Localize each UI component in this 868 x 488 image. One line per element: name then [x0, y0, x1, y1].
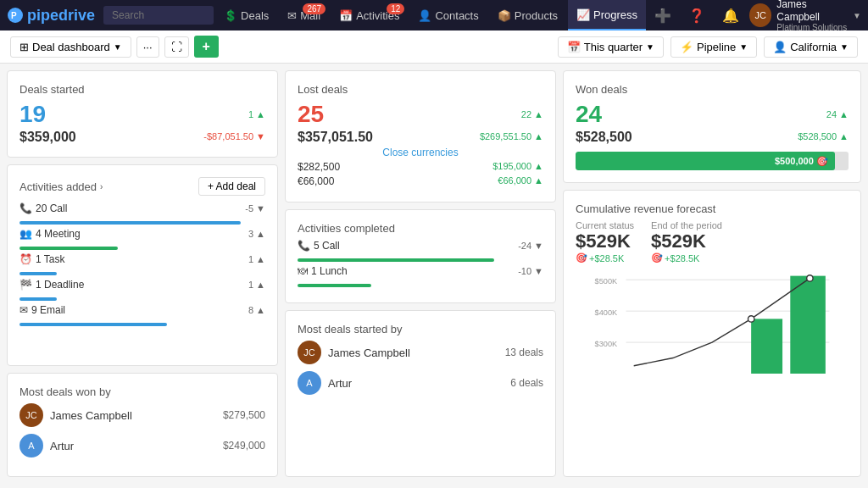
nav-mail[interactable]: ✉ Mail 267: [279, 0, 329, 30]
location-label: California: [790, 41, 837, 53]
toolbar-right: 📅 This quarter ▼ ⚡ Pipeline ▼ 👤 Californ…: [558, 36, 858, 58]
progress-bar-label: $500,000 🎯: [775, 156, 828, 167]
deals-started-amount-delta: -$87,051.50 ▼: [203, 131, 265, 141]
completed-lunch-label: 🍽 1 Lunch: [298, 265, 348, 277]
logo-text: pipedrive: [27, 7, 95, 25]
activity-email: ✉ 9 Email 8 ▲: [19, 304, 265, 326]
completed-call-row: 📞 5 Call -24 ▼: [298, 240, 543, 252]
activity-meeting-label: 👥 4 Meeting: [19, 228, 81, 240]
svg-text:P: P: [11, 11, 17, 20]
end-period-value: $529K: [651, 230, 722, 252]
search-input[interactable]: [103, 6, 214, 25]
activity-call-bar: [19, 221, 241, 225]
add-view-icon[interactable]: ➕: [648, 4, 678, 27]
deals-won-amount-2: $249,000: [223, 440, 265, 452]
help-icon[interactable]: ❓: [682, 4, 712, 27]
won-deals-amount-row: $528,500 $528,500 ▲: [576, 128, 849, 145]
chart-dot-2: [807, 275, 813, 281]
activity-email-row: ✉ 9 Email 8 ▲: [19, 304, 265, 316]
logo: P pipedrive: [7, 7, 95, 25]
chart-bar-2: [790, 276, 826, 374]
deals-won-name-2: Artur: [50, 440, 74, 452]
deals-started-card: Deals started 19 1 ▲ $359,000 -$87,051.5…: [7, 70, 278, 158]
deals-started-amount-row: $359,000 -$87,051.50 ▼: [19, 128, 265, 145]
completed-call: 📞 5 Call -24 ▼: [298, 240, 543, 262]
activity-call-delta: -5 ▼: [245, 203, 265, 214]
progress-icon: 📈: [576, 8, 590, 21]
deals-icon: 💲: [224, 9, 237, 22]
time-period-filter[interactable]: 📅 This quarter ▼: [558, 36, 664, 58]
won-deals-amount-delta: $528,500 ▲: [798, 131, 849, 141]
pipeline-label: Pipeline: [697, 41, 736, 53]
more-options-button[interactable]: ···: [136, 36, 159, 58]
chevron-down-icon: ▼: [853, 11, 861, 20]
activity-task-delta: 1 ▲: [248, 254, 265, 264]
current-status-sub: 🎯 +$28.5K: [576, 252, 634, 263]
avatar-started-2: A: [298, 371, 321, 395]
add-widget-button[interactable]: +: [194, 36, 219, 58]
lost-deals-amount-row: $357,051.50 $269,551.50 ▲: [298, 128, 543, 145]
completed-lunch-bar: [298, 284, 371, 287]
chevron-down-icon: ▼: [646, 42, 654, 52]
user-name: James Campbell: [776, 0, 848, 23]
activities-completed-card: Activities completed 📞 5 Call -24 ▼ 🍽 1 …: [285, 209, 556, 303]
currency-label-1: $282,500: [298, 161, 340, 173]
notifications-icon[interactable]: 🔔: [715, 4, 746, 27]
target-icon-2: 🎯: [651, 252, 663, 263]
fullscreen-button[interactable]: ⛶: [164, 36, 189, 58]
right-column: Won deals 24 24 ▲ $528,500 $528,500 ▲ $5…: [563, 70, 861, 477]
add-deal-button[interactable]: + Add deal: [198, 177, 265, 196]
close-currencies-link[interactable]: Close currencies: [298, 147, 543, 158]
won-deals-card: Won deals 24 24 ▲ $528,500 $528,500 ▲ $5…: [563, 70, 861, 183]
currency-row-2: €66,000 €66,000 ▲: [298, 175, 543, 187]
lost-deals-amount-delta: $269,551.50 ▲: [480, 131, 543, 141]
nav-contacts[interactable]: 👤 Contacts: [409, 0, 487, 30]
activity-task: ⏰ 1 Task 1 ▲: [19, 253, 265, 275]
time-period-label: This quarter: [584, 41, 643, 53]
pipeline-filter[interactable]: ⚡ Pipeline ▼: [670, 36, 757, 58]
user-menu[interactable]: JC James Campbell Platinum Solutions ▼: [749, 0, 861, 32]
activities-completed-title: Activities completed: [298, 222, 543, 235]
location-filter[interactable]: 👤 California ▼: [764, 36, 858, 58]
lost-deals-amount: $357,051.50: [298, 130, 373, 145]
won-deals-title: Won deals: [576, 83, 849, 96]
target-icon: 🎯: [576, 252, 587, 263]
products-icon: 📦: [498, 9, 511, 22]
chevron-down-icon: ▼: [739, 42, 748, 52]
nav-progress[interactable]: 📈 Progress: [568, 0, 646, 30]
chart-bar-1: [751, 319, 782, 374]
completed-call-bar: [298, 258, 494, 262]
deals-started-row-2: A Artur 6 deals: [298, 371, 543, 395]
lost-deals-card: Lost deals 25 22 ▲ $357,051.50 $269,551.…: [285, 70, 556, 202]
toolbar-left: ⊞ Deal dashboard ▼ ··· ⛶ +: [10, 36, 219, 58]
completed-lunch-delta: -10 ▼: [518, 266, 543, 276]
nav-activities[interactable]: 📅 Activities 12: [331, 0, 408, 30]
nav-right-area: ➕ ❓ 🔔 JC James Campbell Platinum Solutio…: [648, 0, 861, 32]
nav-deals[interactable]: 💲 Deals: [215, 0, 277, 30]
nav-products[interactable]: 📦 Products: [489, 0, 566, 30]
dashboard-selector[interactable]: ⊞ Deal dashboard ▼: [10, 36, 131, 58]
currency-value-2: €66,000 ▲: [498, 175, 543, 187]
lost-deals-count-row: 25 22 ▲: [298, 101, 543, 128]
activity-deadline-row: 🏁 1 Deadline 1 ▲: [19, 279, 265, 291]
nav-deals-label: Deals: [241, 9, 269, 22]
deals-won-row-1: JC James Campbell $279,500: [19, 403, 265, 427]
activity-call-row: 📞 20 Call -5 ▼: [19, 202, 265, 214]
activity-task-label: ⏰ 1 Task: [19, 253, 64, 265]
deals-started-name-1: James Campbell: [328, 347, 410, 359]
toolbar: ⊞ Deal dashboard ▼ ··· ⛶ + 📅 This quarte…: [0, 30, 868, 64]
activity-task-bar: [19, 272, 57, 275]
deals-started-count-delta: 1 ▲: [248, 109, 265, 119]
completed-call-label: 📞 5 Call: [298, 240, 340, 252]
activity-email-bar: [19, 323, 167, 326]
cumulative-title: Cumulative revenue forecast: [576, 202, 849, 215]
nav-products-label: Products: [515, 9, 558, 22]
currency-label-2: €66,000: [298, 175, 334, 187]
won-deals-amount: $528,500: [576, 130, 632, 145]
mail-icon: ✉: [287, 9, 297, 22]
most-deals-started-title: Most deals started by: [298, 323, 543, 336]
cumulative-end: End of the period $529K 🎯 +$28.5K: [651, 220, 722, 263]
activity-call-label: 📞 20 Call: [19, 202, 67, 214]
current-status-value: $529K: [576, 230, 634, 252]
chevron-down-icon: ▼: [840, 42, 849, 52]
